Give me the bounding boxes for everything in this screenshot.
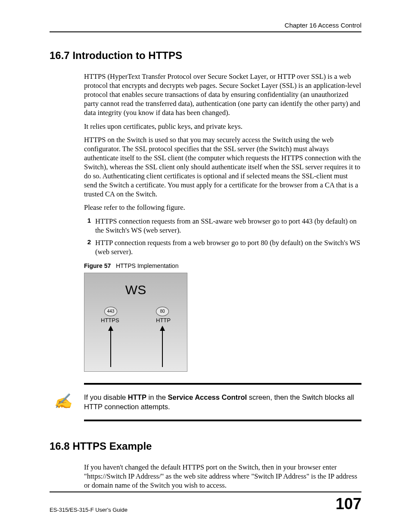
- http-label: HTTP: [156, 317, 171, 324]
- note-bold: Service Access Control: [168, 393, 247, 401]
- arrow-icon: [162, 330, 163, 367]
- port-80-bubble: 80: [156, 307, 169, 316]
- note-callout: ✍ If you disable HTTP in the Service Acc…: [84, 383, 361, 421]
- paragraph: If you haven't changed the default HTTPS…: [84, 463, 361, 490]
- port-443-bubble: 443: [104, 307, 117, 316]
- figure-label: Figure 57: [84, 262, 111, 269]
- list-number: 1: [84, 217, 95, 235]
- note-span: If you disable: [84, 393, 128, 401]
- note-icon: ✍: [54, 392, 84, 410]
- section-heading-16-8: 16.8 HTTPS Example: [50, 440, 361, 452]
- page-header: Chapter 16 Access Control: [50, 22, 361, 32]
- arrow-icon: [110, 330, 111, 367]
- figure-caption: Figure 57 HTTPS Implementation: [84, 262, 361, 269]
- https-label: HTTPS: [101, 317, 119, 324]
- list-number: 2: [84, 238, 95, 256]
- ws-label: WS: [84, 283, 187, 297]
- list-text: HTTP connection requests from a web brow…: [95, 238, 361, 256]
- list-item: 2 HTTP connection requests from a web br…: [84, 238, 361, 256]
- paragraph: It relies upon certificates, public keys…: [84, 122, 361, 131]
- chapter-label: Chapter 16 Access Control: [285, 22, 361, 29]
- paragraph: Please refer to the following figure.: [84, 203, 361, 212]
- figure-https-implementation: WS 443 80 HTTPS HTTP: [84, 273, 187, 372]
- section-heading-16-7: 16.7 Introduction to HTTPS: [50, 50, 361, 62]
- paragraph: HTTPS (HyperText Transfer Protocol over …: [84, 72, 361, 118]
- list-text: HTTPS connection requests from an SSL-aw…: [95, 217, 361, 235]
- footer-guide-name: ES-315/ES-315-F User's Guide: [50, 507, 128, 513]
- paragraph: HTTPS on the Switch is used so that you …: [84, 135, 361, 199]
- note-text: If you disable HTTP in the Service Acces…: [84, 392, 361, 412]
- page-footer: ES-315/ES-315-F User's Guide 107: [50, 492, 361, 513]
- figure-title: HTTPS Implementation: [116, 262, 179, 269]
- ordered-list: 1 HTTPS connection requests from an SSL-…: [84, 217, 361, 256]
- note-span: in the: [146, 393, 168, 401]
- page-number: 107: [336, 495, 361, 513]
- list-item: 1 HTTPS connection requests from an SSL-…: [84, 217, 361, 235]
- note-bold: HTTP: [128, 393, 146, 401]
